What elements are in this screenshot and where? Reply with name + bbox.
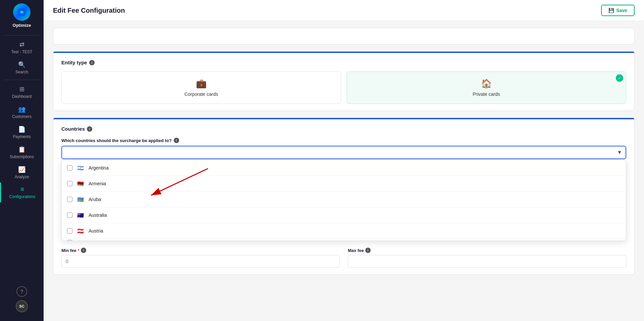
sidebar-item-dashboard-label: Dashboard [12, 94, 32, 99]
dashboard-icon: ⊞ [19, 85, 24, 93]
save-icon: 💾 [608, 8, 614, 13]
country-dropdown-list: 🇦🇷 Argentina 🇦🇲 Armenia 🇦🇼 [61, 160, 626, 241]
country-item-armenia[interactable]: 🇦🇲 Armenia [62, 176, 626, 192]
min-fee-info-icon: i [81, 248, 86, 253]
australia-checkbox[interactable] [67, 212, 72, 218]
max-fee-info-icon: i [365, 248, 371, 253]
subscriptions-icon: 📋 [18, 146, 25, 153]
help-button[interactable]: ? [16, 286, 27, 297]
brand-label: Optimize [13, 23, 31, 28]
aruba-flag: 🇦🇼 [76, 195, 85, 203]
min-fee-input[interactable] [61, 255, 340, 268]
sidebar-item-customers[interactable]: 👥 Customers [0, 102, 44, 122]
aruba-label: Aruba [89, 197, 101, 202]
min-fee-label: Min fee * i [61, 248, 340, 253]
austria-checkbox[interactable] [67, 228, 72, 234]
countries-field-info-icon: i [174, 138, 179, 143]
selected-check-icon: ✓ [616, 74, 623, 82]
azerbaijan-flag: 🇦🇿 [76, 239, 85, 241]
customers-icon: 👥 [18, 106, 25, 113]
private-label: Private cards [473, 91, 500, 97]
page-title: Edit Fee Configuration [53, 7, 125, 14]
argentina-flag: 🇦🇷 [76, 164, 85, 172]
australia-flag: 🇦🇺 [76, 211, 85, 219]
austria-label: Austria [89, 228, 103, 234]
sidebar-item-subscriptions-label: Subscriptions [10, 154, 34, 159]
entity-type-card: Entity type i 💼 Corporate cards ✓ 🏠 Priv… [53, 51, 635, 111]
content-area: Entity type i 💼 Corporate cards ✓ 🏠 Priv… [44, 21, 644, 321]
sidebar-divider-top [4, 35, 39, 36]
countries-card: Countries i Which countries should the s… [53, 118, 635, 275]
sidebar-item-customers-label: Customers [12, 114, 32, 119]
armenia-label: Armenia [89, 181, 106, 186]
countries-field-label: Which countries should the surcharge be … [61, 138, 626, 143]
sidebar-item-search[interactable]: 🔍 Search [0, 58, 44, 78]
corporate-label: Corporate cards [184, 91, 218, 97]
main-content: Edit Fee Configuration 💾 Save Entity typ… [44, 0, 644, 321]
countries-info-icon: i [87, 126, 92, 132]
topbar: Edit Fee Configuration 💾 Save [44, 0, 644, 21]
argentina-checkbox[interactable] [67, 165, 72, 171]
analyze-icon: 📈 [18, 166, 25, 173]
countries-body: Countries i Which countries should the s… [53, 119, 634, 274]
payments-icon: 📄 [18, 126, 25, 133]
avatar-label: SC [19, 304, 24, 308]
help-icon: ? [20, 289, 23, 294]
sidebar-bottom: ? SC [16, 286, 28, 318]
max-fee-input[interactable] [348, 255, 626, 268]
sidebar-divider-mid [4, 80, 39, 80]
country-item-argentina[interactable]: 🇦🇷 Argentina [62, 160, 626, 176]
australia-label: Australia [89, 212, 107, 218]
country-item-azerbaijan[interactable]: 🇦🇿 [62, 239, 626, 241]
entity-option-private[interactable]: ✓ 🏠 Private cards [346, 71, 626, 104]
countries-dropdown-wrapper: ▼ [61, 146, 626, 159]
sidebar-item-payments-label: Payments [13, 134, 31, 139]
fee-row: Min fee * i Max fee i [61, 248, 626, 268]
logo-icon[interactable] [13, 3, 31, 21]
sidebar-item-test-label: Test - TEST [11, 50, 32, 54]
austria-flag: 🇦🇹 [76, 227, 85, 235]
top-partial-card [53, 28, 635, 45]
avatar[interactable]: SC [16, 300, 28, 312]
sidebar-item-analyze-label: Analyze [15, 175, 29, 179]
sidebar-item-subscriptions[interactable]: 📋 Subscriptions [0, 142, 44, 163]
armenia-checkbox[interactable] [67, 181, 72, 186]
sidebar-item-configurations-label: Configurations [9, 194, 35, 199]
countries-title: Countries i [61, 126, 626, 132]
sidebar-item-search-label: Search [15, 70, 28, 74]
entity-type-info-icon: i [89, 60, 95, 65]
argentina-label: Argentina [89, 165, 109, 171]
configurations-icon: ≡ [20, 186, 24, 193]
aruba-checkbox[interactable] [67, 197, 72, 202]
azerbaijan-checkbox[interactable] [67, 240, 72, 241]
switch-icon: ⇄ [19, 41, 24, 48]
countries-dropdown[interactable] [61, 146, 626, 159]
entity-option-corporate[interactable]: 💼 Corporate cards [61, 71, 341, 104]
search-icon: 🔍 [18, 61, 25, 68]
entity-type-title: Entity type i [61, 60, 626, 65]
sidebar-item-dashboard[interactable]: ⊞ Dashboard [0, 82, 44, 102]
country-item-austria[interactable]: 🇦🇹 Austria [62, 223, 626, 239]
sidebar-item-analyze[interactable]: 📈 Analyze [0, 163, 44, 183]
sidebar-item-payments[interactable]: 📄 Payments [0, 122, 44, 142]
entity-type-body: Entity type i 💼 Corporate cards ✓ 🏠 Priv… [53, 53, 634, 111]
min-fee-field: Min fee * i [61, 248, 340, 268]
private-icon: 🏠 [481, 78, 492, 89]
armenia-flag: 🇦🇲 [76, 180, 85, 188]
country-item-aruba[interactable]: 🇦🇼 Aruba [62, 192, 626, 207]
max-fee-field: Max fee i [348, 248, 626, 268]
sidebar: Optimize ⇄ Test - TEST 🔍 Search ⊞ Dashbo… [0, 0, 44, 321]
country-list-inner: 🇦🇷 Argentina 🇦🇲 Armenia 🇦🇼 [62, 160, 626, 241]
sidebar-item-test[interactable]: ⇄ Test - TEST [0, 38, 44, 58]
min-fee-required-star: * [78, 248, 79, 253]
save-label: Save [616, 8, 627, 13]
entity-options: 💼 Corporate cards ✓ 🏠 Private cards [61, 71, 626, 104]
country-item-australia[interactable]: 🇦🇺 Australia [62, 207, 626, 223]
sidebar-item-configurations[interactable]: ≡ Configurations [0, 183, 44, 202]
corporate-icon: 💼 [196, 78, 207, 89]
save-button[interactable]: 💾 Save [601, 5, 635, 16]
max-fee-label: Max fee i [348, 248, 626, 253]
